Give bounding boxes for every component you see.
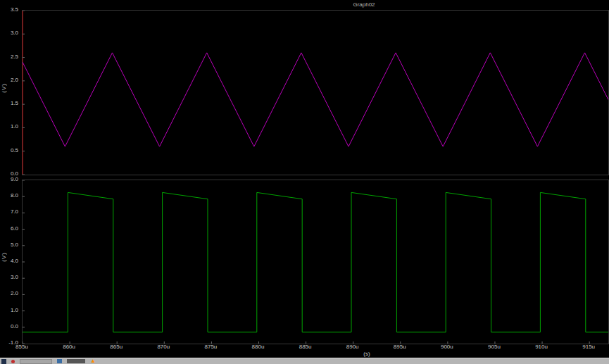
x-tick-label: 855u — [15, 344, 28, 350]
x-tick-label: 915u — [582, 344, 595, 350]
y-tick-label: 1.5 — [11, 101, 18, 106]
x-axis-unit-label: (s) — [363, 351, 370, 357]
y-tick-label: 2.0 — [11, 77, 18, 83]
y-axis-ticks-top: 0.00.51.01.52.02.53.03.5 — [0, 10, 20, 175]
taskbar: ▲ — [0, 358, 609, 364]
x-tick-label: 870u — [157, 344, 170, 350]
chart-icon[interactable] — [57, 359, 62, 363]
y-axis-ticks-bottom: -1.00.01.02.03.04.05.06.07.08.09.0 — [0, 180, 20, 344]
y-tick-label: 3.5 — [11, 7, 18, 13]
triangle-wave-plot[interactable] — [22, 10, 609, 175]
y-tick-label: 4.0 — [11, 258, 18, 264]
y-tick-label: 6.0 — [11, 226, 18, 232]
x-tick-label: 900u — [441, 344, 453, 350]
graph-title: Graph02 — [353, 1, 375, 8]
x-tick-label: 885u — [299, 344, 312, 350]
messages-icon[interactable] — [67, 359, 85, 363]
waveform-canvas — [23, 180, 608, 344]
x-tick-label: 860u — [63, 344, 75, 350]
y-tick-label: 5.0 — [11, 242, 18, 248]
x-tick-label: 875u — [204, 344, 217, 350]
square-wave-plot[interactable] — [22, 180, 609, 344]
x-tick-label: 890u — [346, 344, 359, 350]
y-tick-label: 1.0 — [11, 308, 18, 313]
y-tick-label: 2.0 — [11, 291, 18, 296]
y-tick-label: 1.0 — [11, 124, 18, 130]
x-tick-label: 895u — [394, 344, 406, 350]
x-axis-ticks: 855u860u865u870u875u880u885u890u895u900u… — [22, 344, 609, 351]
y-tick-label: 8.0 — [11, 193, 18, 199]
y-tick-label: 3.0 — [11, 30, 18, 36]
x-tick-label: 865u — [110, 344, 123, 350]
y-tick-label: 9.0 — [11, 177, 18, 182]
graph-window: Graph02 (V) (V) 0.00.51.01.52.02.53.03.5… — [0, 0, 609, 364]
app-icon[interactable] — [1, 359, 6, 364]
waveform-canvas — [23, 11, 608, 175]
record-icon[interactable] — [11, 360, 15, 363]
y-tick-label: 0.5 — [11, 148, 18, 153]
x-tick-label: 910u — [535, 344, 548, 350]
warning-icon[interactable]: ▲ — [90, 358, 96, 364]
y-tick-label: 2.5 — [11, 54, 18, 60]
square-wave — [23, 192, 608, 332]
y-tick-label: 7.0 — [11, 209, 18, 215]
x-tick-label: 905u — [488, 344, 501, 350]
x-tick-label: 880u — [252, 344, 265, 350]
triangle-wave — [23, 53, 608, 146]
status-field — [20, 359, 52, 364]
y-tick-label: 0.0 — [11, 324, 18, 330]
y-tick-label: 3.0 — [11, 275, 18, 280]
